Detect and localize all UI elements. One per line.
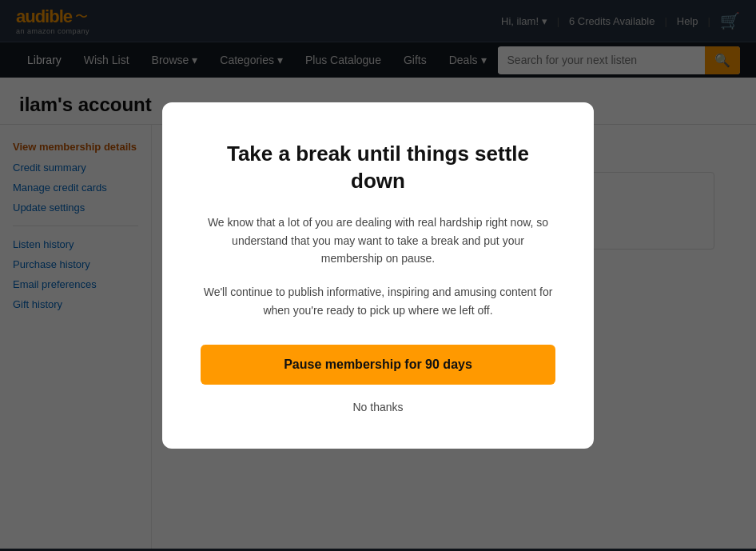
modal-body-2: We'll continue to publish informative, i… bbox=[201, 283, 555, 319]
modal-title: Take a break until things settle down bbox=[201, 141, 555, 195]
modal-dialog: Take a break until things settle down We… bbox=[162, 102, 594, 449]
modal-overlay[interactable]: Take a break until things settle down We… bbox=[0, 0, 756, 551]
pause-membership-button[interactable]: Pause membership for 90 days bbox=[201, 345, 555, 385]
no-thanks-button[interactable]: No thanks bbox=[201, 397, 555, 417]
modal-body-1: We know that a lot of you are dealing wi… bbox=[201, 214, 555, 267]
